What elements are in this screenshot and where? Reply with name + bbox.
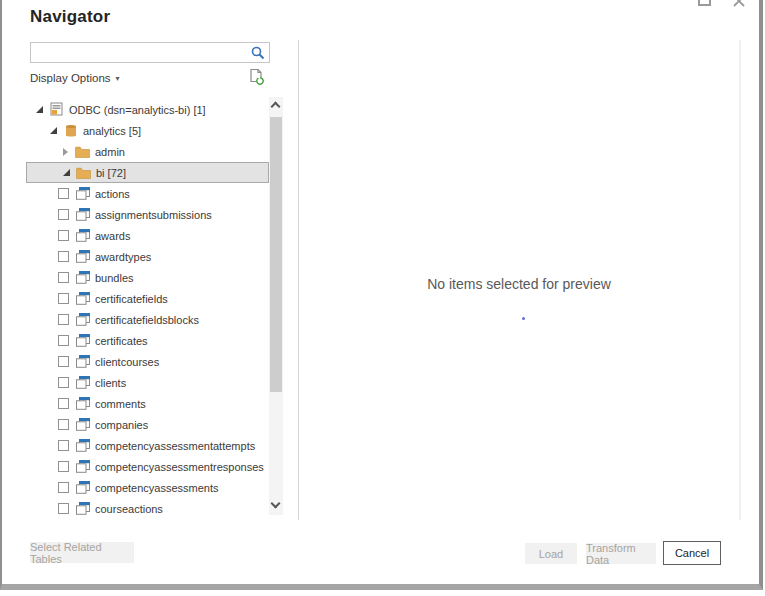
tree-item-certificatefieldsblocks[interactable]: certificatefieldsblocks (26, 309, 269, 330)
tree-item-label: bundles (95, 272, 134, 284)
tree-item-certificatefields[interactable]: certificatefields (26, 288, 269, 309)
checkbox-awardtypes[interactable] (58, 251, 69, 262)
load-button[interactable]: Load (525, 543, 577, 564)
tree-item-assignmentsubmissions[interactable]: assignmentsubmissions (26, 204, 269, 225)
display-options-dropdown[interactable]: Display Options ▾ (30, 70, 120, 86)
collapse-toggle-icon[interactable] (34, 106, 44, 113)
tree-item-label: competencyassessmentattempts (95, 440, 255, 452)
empty-preview-message: No items selected for preview (299, 276, 739, 292)
scroll-down-icon[interactable] (271, 499, 281, 509)
search-icon[interactable] (250, 45, 266, 61)
tree-item-competencyassessments[interactable]: competencyassessments (26, 477, 269, 498)
expanded-triangle-icon (63, 169, 70, 176)
tree-item-label: analytics [5] (83, 125, 141, 137)
table-icon (75, 417, 90, 432)
checkbox-courseactions[interactable] (58, 503, 69, 514)
checkbox-competencyassessmentattempts[interactable] (58, 440, 69, 451)
tree-item-certificates[interactable]: certificates (26, 330, 269, 351)
tree-item-comments[interactable]: comments (26, 393, 269, 414)
select-related-tables-button[interactable]: Select Related Tables (30, 542, 134, 563)
refresh-preview-icon[interactable] (248, 68, 265, 86)
checkbox-competencyassessments[interactable] (58, 482, 69, 493)
checkbox-certificatefields[interactable] (58, 293, 69, 304)
chevron-down-icon: ▾ (116, 74, 120, 83)
checkbox-certificatefieldsblocks[interactable] (58, 314, 69, 325)
search-input[interactable] (31, 44, 250, 61)
tree-item-label: certificatefieldsblocks (95, 314, 199, 326)
collapse-toggle-icon[interactable] (61, 169, 71, 176)
tree-item-companies[interactable]: companies (26, 414, 269, 435)
tree-item-label: bi [72] (96, 167, 126, 179)
navigation-tree: ODBC (dsn=analytics-bi) [1]analytics [5]… (26, 99, 269, 519)
checkbox-competencyassessmentresponses[interactable] (58, 461, 69, 472)
table-icon (75, 480, 90, 495)
checkbox-clients[interactable] (58, 377, 69, 388)
tree-item-label: companies (95, 419, 148, 431)
tree-item-label: ODBC (dsn=analytics-bi) [1] (69, 104, 206, 116)
tree-item-bi-72[interactable]: bi [72] (26, 162, 269, 183)
tree-item-awardtypes[interactable]: awardtypes (26, 246, 269, 267)
table-icon (75, 291, 90, 306)
tree-item-label: admin (95, 146, 125, 158)
maximize-icon[interactable] (698, 0, 711, 6)
table-icon (75, 396, 90, 411)
checkbox-actions[interactable] (58, 188, 69, 199)
folder-icon (75, 144, 90, 159)
tree-item-label: clients (95, 377, 126, 389)
table-icon (75, 459, 90, 474)
table-icon (75, 333, 90, 348)
tree-item-label: certificates (95, 335, 148, 347)
cancel-button[interactable]: Cancel (663, 541, 721, 565)
tree-item-label: competencyassessmentresponses (95, 461, 264, 473)
tree-item-competencyassessmentresponses[interactable]: competencyassessmentresponses (26, 456, 269, 477)
collapsed-triangle-icon (63, 148, 68, 156)
tree-item-actions[interactable]: actions (26, 183, 269, 204)
table-icon (75, 249, 90, 264)
tree-item-awards[interactable]: awards (26, 225, 269, 246)
table-icon (75, 354, 90, 369)
table-icon (75, 186, 90, 201)
scrollbar-thumb[interactable] (270, 117, 282, 392)
tree-item-analytics-5[interactable]: analytics [5] (26, 120, 269, 141)
preview-dot (522, 317, 525, 320)
checkbox-awards[interactable] (58, 230, 69, 241)
checkbox-assignmentsubmissions[interactable] (58, 209, 69, 220)
expanded-triangle-icon (36, 106, 43, 113)
database-icon (63, 123, 78, 138)
checkbox-clientcourses[interactable] (58, 356, 69, 367)
tree-item-label: awards (95, 230, 130, 242)
expanded-triangle-icon (50, 127, 57, 134)
tree-scrollbar[interactable] (269, 97, 283, 515)
table-icon (75, 207, 90, 222)
checkbox-bundles[interactable] (58, 272, 69, 283)
tree-item-bundles[interactable]: bundles (26, 267, 269, 288)
page-title: Navigator (30, 7, 110, 27)
table-icon (75, 228, 90, 243)
tree-item-label: clientcourses (95, 356, 159, 368)
tree-item-label: assignmentsubmissions (95, 209, 212, 221)
folder-icon (76, 165, 91, 180)
search-box (30, 42, 270, 63)
close-icon[interactable] (732, 0, 746, 8)
tree-item-odbc-dsn-analytics-bi-1[interactable]: ODBC (dsn=analytics-bi) [1] (26, 99, 269, 120)
transform-data-button[interactable]: Transform Data (586, 543, 656, 564)
checkbox-certificates[interactable] (58, 335, 69, 346)
collapse-toggle-icon[interactable] (48, 127, 58, 134)
checkbox-comments[interactable] (58, 398, 69, 409)
tree-item-clients[interactable]: clients (26, 372, 269, 393)
source-icon (49, 102, 64, 117)
checkbox-companies[interactable] (58, 419, 69, 430)
expand-toggle-icon[interactable] (60, 148, 70, 156)
table-icon (75, 501, 90, 516)
tree-item-label: courseactions (95, 503, 163, 515)
tree-item-courseactions[interactable]: courseactions (26, 498, 269, 519)
scroll-up-icon[interactable] (271, 102, 281, 112)
navigator-dialog: Navigator Display Options ▾ ODBC (dsn=an… (0, 0, 763, 590)
tree-item-clientcourses[interactable]: clientcourses (26, 351, 269, 372)
tree-item-competencyassessmentattempts[interactable]: competencyassessmentattempts (26, 435, 269, 456)
display-options-label: Display Options (30, 72, 111, 84)
tree-item-admin[interactable]: admin (26, 141, 269, 162)
tree-item-label: awardtypes (95, 251, 151, 263)
tree-item-label: comments (95, 398, 146, 410)
tree-item-label: competencyassessments (95, 482, 219, 494)
